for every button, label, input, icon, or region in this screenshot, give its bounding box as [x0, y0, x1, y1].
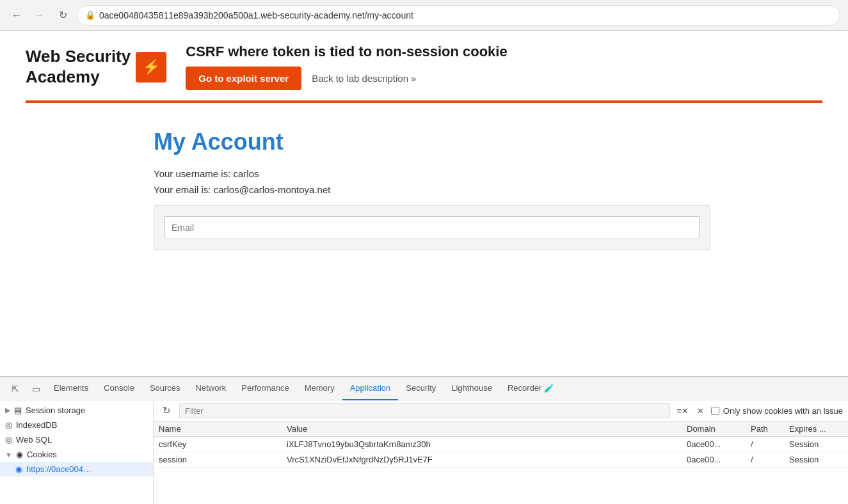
websql-label: Web SQL — [16, 435, 52, 445]
tab-network[interactable]: Network — [188, 377, 234, 400]
session-storage-icon: ▤ — [14, 406, 22, 415]
reload-button[interactable]: ↻ — [54, 6, 72, 24]
email-text: Your email is: carlos@carlos-montoya.net — [154, 184, 694, 195]
col-header-path: Path — [746, 421, 784, 437]
devtools-cookies-panel: ↻ ≡✕ ✕ Only show cookies with an issue — [154, 400, 848, 504]
sidebar-item-websql[interactable]: ◎ Web SQL — [0, 432, 153, 447]
indexeddb-icon: ◎ — [5, 420, 12, 430]
cell-name: csrfKey — [154, 437, 282, 452]
filter-input[interactable] — [179, 403, 670, 418]
address-bar[interactable]: 🔒 0ace00480435811e89a393b200a500a1.web-s… — [77, 5, 840, 26]
cell-expires: Session — [784, 452, 848, 468]
logo-area: Web Security Academy ⚡ — [26, 47, 166, 86]
devtools-device-btn[interactable]: ▭ — [26, 379, 46, 399]
email-form — [154, 205, 710, 250]
username-value: carlos — [234, 168, 259, 179]
refresh-cookies-button[interactable]: ↻ — [159, 403, 174, 418]
table-row[interactable]: csrfKeyiXLFJ8Tvno19ybu3QsbrtaKrn8amz30h0… — [154, 437, 848, 452]
only-issues-checkbox[interactable] — [711, 407, 719, 415]
sidebar-item-cookies-domain[interactable]: ◉ https://0ace004… — [0, 462, 153, 476]
cell-path: / — [746, 452, 784, 468]
only-issues-checkbox-area: Only show cookies with an issue — [711, 406, 843, 416]
cookies-domain-label: https://0ace004… — [26, 464, 92, 474]
tab-memory[interactable]: Memory — [297, 377, 342, 400]
cell-value: VrcS1XNziDvEfJxNfgrdNzDy5RJ1vE7F — [282, 452, 682, 468]
site-header: Web Security Academy ⚡ CSRF where token … — [0, 31, 848, 103]
back-link-label: Back to lab description — [312, 73, 408, 84]
tab-sources[interactable]: Sources — [142, 377, 188, 400]
page-content: Web Security Academy ⚡ CSRF where token … — [0, 31, 848, 376]
tab-elements[interactable]: Elements — [46, 377, 96, 400]
email-label: Your email is: — [154, 184, 211, 195]
cookies-data-table: Name Value Domain Path — [154, 421, 848, 468]
back-button[interactable]: ← — [8, 6, 26, 24]
tab-security[interactable]: Security — [398, 377, 444, 400]
cookies-arrow: ▼ — [5, 451, 12, 459]
cookies-icon: ◉ — [16, 450, 23, 459]
cell-expires: Session — [784, 437, 848, 452]
col-header-value: Value — [282, 421, 682, 437]
lab-title: CSRF where token is tied to non-session … — [186, 43, 507, 60]
email-value: carlos@carlos-montoya.net — [214, 184, 331, 195]
cookies-label: Cookies — [27, 450, 57, 459]
session-storage-label: Session storage — [26, 406, 85, 415]
indexeddb-label: IndexedDB — [16, 420, 57, 430]
devtools-select-element-btn[interactable]: ⇱ — [5, 379, 26, 399]
tab-console[interactable]: Console — [96, 377, 142, 400]
devtools-body: ▶ ▤ Session storage ◎ IndexedDB ◎ Web SQ… — [0, 400, 848, 504]
sidebar-item-session-storage[interactable]: ▶ ▤ Session storage — [0, 403, 153, 418]
sidebar-item-indexeddb[interactable]: ◎ IndexedDB — [0, 418, 153, 432]
cookies-toolbar: ↻ ≡✕ ✕ Only show cookies with an issue — [154, 400, 848, 421]
session-storage-arrow: ▶ — [5, 406, 10, 414]
username-text: Your username is: carlos — [154, 168, 694, 179]
col-header-expires: Expires ... — [784, 421, 848, 437]
header-info: CSRF where token is tied to non-session … — [186, 43, 507, 90]
tab-performance[interactable]: Performance — [234, 377, 296, 400]
tab-application[interactable]: Application — [342, 377, 399, 400]
forward-button[interactable]: → — [31, 6, 49, 24]
col-header-name: Name — [154, 421, 282, 437]
page-title: My Account — [154, 129, 694, 155]
back-link-chevrons: » — [411, 73, 416, 84]
table-row[interactable]: sessionVrcS1XNziDvEfJxNfgrdNzDy5RJ1vE7F0… — [154, 452, 848, 468]
tab-lighthouse[interactable]: Lighthouse — [444, 377, 500, 400]
email-input[interactable] — [164, 216, 700, 239]
url-text: 0ace00480435811e89a393b200a500a1.web-sec… — [99, 10, 413, 20]
logo-text-block: Web Security Academy — [26, 47, 131, 86]
header-actions: Go to exploit server Back to lab descrip… — [186, 67, 507, 90]
logo-text-line2: Academy — [26, 67, 131, 87]
delete-cookies-button[interactable]: ✕ — [693, 403, 708, 418]
back-to-lab-link[interactable]: Back to lab description » — [312, 73, 416, 84]
username-label: Your username is: — [154, 168, 230, 179]
websql-icon: ◎ — [5, 435, 12, 445]
browser-chrome: ← → ↻ 🔒 0ace00480435811e89a393b200a500a1… — [0, 0, 848, 31]
col-header-domain: Domain — [682, 421, 746, 437]
sidebar-item-cookies[interactable]: ▼ ◉ Cookies — [0, 447, 153, 462]
cell-domain: 0ace00... — [682, 437, 746, 452]
toolbar-actions: ≡✕ ✕ Only show cookies with an issue — [675, 403, 843, 418]
cell-domain: 0ace00... — [682, 452, 746, 468]
logo-icon: ⚡ — [136, 52, 166, 83]
lock-icon: 🔒 — [85, 10, 95, 20]
header-top: Web Security Academy ⚡ CSRF where token … — [26, 43, 822, 90]
logo-text-line1: Web Security — [26, 47, 131, 67]
devtools-panel: ⇱ ▭ Elements Console Sources Network Per… — [0, 376, 848, 504]
devtools-tabs: ⇱ ▭ Elements Console Sources Network Per… — [0, 377, 848, 400]
orange-divider — [26, 100, 822, 103]
cookies-table: Name Value Domain Path — [154, 421, 848, 504]
cell-value: iXLFJ8Tvno19ybu3QsbrtaKrn8amz30h — [282, 437, 682, 452]
only-issues-label: Only show cookies with an issue — [723, 406, 843, 416]
main-content: My Account Your username is: carlos Your… — [0, 103, 848, 276]
devtools-sidebar: ▶ ▤ Session storage ◎ IndexedDB ◎ Web SQ… — [0, 400, 154, 504]
exploit-server-button[interactable]: Go to exploit server — [186, 67, 301, 90]
clear-filter-button[interactable]: ≡✕ — [675, 403, 691, 418]
cookies-domain-icon: ◉ — [15, 464, 22, 474]
cell-path: / — [746, 437, 784, 452]
cell-name: session — [154, 452, 282, 468]
tab-recorder[interactable]: Recorder 🧪 — [500, 377, 562, 400]
